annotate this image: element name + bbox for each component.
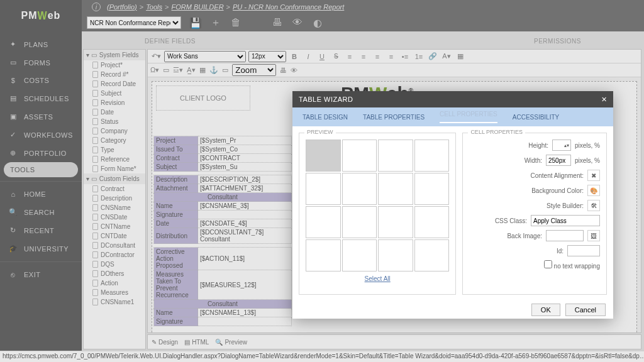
modal-title: TABLE WIZARD xyxy=(299,96,353,103)
cell-properties-legend: CELL PROPERTIES xyxy=(468,129,525,135)
grid-cell[interactable] xyxy=(306,206,341,238)
tab-table-properties[interactable]: TABLE PROPERTIES xyxy=(363,114,425,121)
grid-cell[interactable] xyxy=(342,206,377,238)
backimage-input[interactable] xyxy=(546,230,584,241)
id-input[interactable] xyxy=(567,245,600,256)
modal-title-bar: TABLE WIZARD ✕ xyxy=(292,91,613,107)
height-input[interactable]: ▴▾ xyxy=(552,140,571,151)
backimage-label: Back Image: xyxy=(507,233,542,239)
tab-cell-properties[interactable]: CELL PROPERTIES xyxy=(440,111,497,123)
grid-cell[interactable] xyxy=(414,206,450,238)
grid-cell[interactable] xyxy=(306,239,341,272)
browser-status-bar: https://cmcs.pmweb.com/7_0_00/PMWeb/Tele… xyxy=(0,351,644,362)
bgcolor-picker[interactable]: 🎨 xyxy=(587,185,600,196)
modal-footer: OK Cancel xyxy=(292,301,613,319)
style-builder-button[interactable]: 🛠 xyxy=(587,200,600,211)
tab-table-design[interactable]: TABLE DESIGN xyxy=(303,114,348,121)
preview-legend: PREVIEW xyxy=(304,129,336,135)
cell-properties-fieldset: CELL PROPERTIES Height:▴▾pixels, % Width… xyxy=(462,133,607,295)
grid-cell[interactable] xyxy=(342,173,377,205)
close-icon[interactable]: ✕ xyxy=(601,96,608,104)
grid-cell[interactable] xyxy=(306,173,341,205)
width-label: Width: xyxy=(525,157,542,164)
grid-cell[interactable] xyxy=(342,140,377,172)
alignment-label: Content Alignment: xyxy=(531,172,584,179)
tab-accessibility[interactable]: ACCESSIBILITY xyxy=(513,114,559,121)
grid-cell[interactable] xyxy=(414,239,450,272)
preview-fieldset: PREVIEW Select All xyxy=(299,133,456,295)
image-browse-icon[interactable]: 🖼 xyxy=(587,230,600,241)
cancel-button[interactable]: Cancel xyxy=(565,304,606,316)
grid-cell[interactable] xyxy=(378,173,413,205)
grid-cell[interactable] xyxy=(414,140,450,172)
grid-cell[interactable] xyxy=(414,173,450,205)
style-label: Style Builder: xyxy=(547,202,584,209)
bgcolor-label: Background Color: xyxy=(531,187,584,194)
grid-cell[interactable] xyxy=(378,140,413,172)
css-class-input[interactable] xyxy=(531,215,600,226)
modal-tabs: TABLE DESIGN TABLE PROPERTIES CELL PROPE… xyxy=(292,107,613,126)
nowrap-checkbox[interactable]: no text wrapping xyxy=(544,260,600,270)
width-input[interactable] xyxy=(546,155,571,166)
grid-cell-selected[interactable] xyxy=(306,140,341,172)
grid-cell[interactable] xyxy=(378,239,413,272)
grid-cell[interactable] xyxy=(378,206,413,238)
id-label: Id: xyxy=(557,248,564,255)
grid-cell[interactable] xyxy=(342,239,377,272)
css-label: CSS Class: xyxy=(495,217,527,224)
select-all-link[interactable]: Select All xyxy=(306,275,449,282)
ok-button[interactable]: OK xyxy=(531,304,560,316)
alignment-picker[interactable]: ✖ xyxy=(587,170,600,181)
table-preview-grid[interactable] xyxy=(306,140,449,272)
height-label: Height: xyxy=(528,142,548,149)
table-wizard-modal: TABLE WIZARD ✕ TABLE DESIGN TABLE PROPER… xyxy=(292,91,613,319)
